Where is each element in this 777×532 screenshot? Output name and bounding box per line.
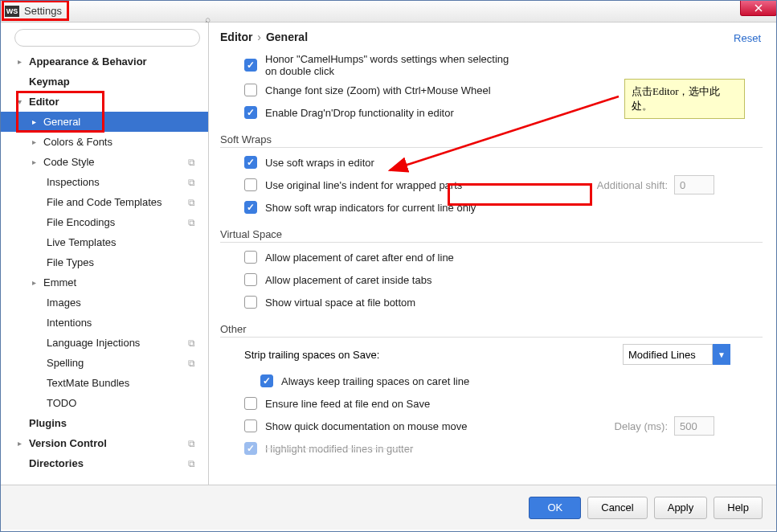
breadcrumb: Editor › General — [220, 31, 763, 43]
sidebar-item-emmet[interactable]: ▸Emmet — [0, 272, 208, 293]
sidebar-item-intentions[interactable]: Intentions — [0, 313, 208, 333]
section-softwraps: Soft Wraps — [220, 133, 763, 148]
main-panel: Editor › General Reset Honor "CamelHumps… — [209, 23, 777, 485]
sidebar-item-codestyle[interactable]: ▸Code Style⧉ — [0, 152, 208, 172]
strip-label: Strip trailing spaces on Save: — [244, 349, 379, 361]
sidebar-item-keymap[interactable]: Keymap — [0, 72, 208, 92]
checkbox-icon[interactable] — [244, 59, 257, 72]
close-button[interactable] — [740, 0, 777, 16]
checkbox-icon[interactable] — [244, 397, 257, 410]
settings-tree: ▸Appearance & Behavior Keymap ▾Editor ▸G… — [0, 51, 208, 473]
app-icon: WS — [5, 6, 19, 17]
sidebar-item-images[interactable]: Images — [0, 293, 208, 313]
sidebar-item-vcs[interactable]: ▸Version Control⧉ — [0, 433, 208, 453]
sidebar-item-todo[interactable]: TODO — [0, 393, 208, 413]
sidebar-item-directories[interactable]: Directories⧉ — [0, 453, 208, 473]
additional-shift-label: Additional shift: — [597, 179, 668, 191]
checkbox-icon[interactable] — [244, 84, 257, 96]
sidebar-item-templates[interactable]: File and Code Templates⧉ — [0, 192, 208, 212]
opt-strip: Strip trailing spaces on Save: Modified … — [244, 344, 763, 365]
delay-input[interactable] — [674, 416, 714, 436]
help-button[interactable]: Help — [714, 497, 763, 519]
opt-quickdoc[interactable]: Show quick documentation on mouse move D… — [244, 416, 763, 436]
sidebar-item-inspections[interactable]: Inspections⧉ — [0, 172, 208, 192]
ok-button[interactable]: OK — [529, 497, 581, 519]
sidebar-item-textmate[interactable]: TextMate Bundles — [0, 373, 208, 393]
cancel-button[interactable]: Cancel — [587, 497, 647, 519]
breadcrumb-editor[interactable]: Editor — [220, 31, 252, 43]
dropdown-icon[interactable]: ▼ — [713, 344, 730, 365]
section-other: Other — [220, 323, 763, 338]
copy-icon: ⧉ — [188, 458, 195, 469]
copy-icon: ⧉ — [188, 157, 195, 168]
opt-ensurelf[interactable]: Ensure line feed at file end on Save — [244, 394, 763, 413]
section-vspace: Virtual Space — [220, 228, 763, 243]
breadcrumb-general: General — [266, 31, 308, 43]
additional-shift-input[interactable] — [674, 175, 714, 194]
opt-carettabs[interactable]: Allow placement of caret inside tabs — [244, 270, 763, 289]
checkbox-icon[interactable] — [244, 419, 257, 432]
checkbox-icon[interactable] — [244, 201, 257, 214]
reset-link[interactable]: Reset — [734, 32, 761, 44]
sidebar-item-general[interactable]: ▸General — [0, 112, 208, 132]
sidebar-item-filetypes[interactable]: File Types — [0, 252, 208, 272]
opt-origindent[interactable]: Use original line's indent for wrapped p… — [244, 175, 763, 194]
checkbox-icon[interactable] — [244, 296, 257, 309]
window-title: Settings — [24, 5, 62, 17]
checkbox-icon[interactable] — [260, 374, 273, 387]
annotation-note: 点击Editor，选中此处。 — [624, 79, 745, 119]
checkbox-icon[interactable] — [244, 178, 257, 191]
opt-honor[interactable]: Honor "CamelHumps" words settings when s… — [244, 53, 763, 77]
checkbox-icon[interactable] — [244, 442, 257, 455]
dialog-footer: OK Cancel Apply Help — [0, 485, 777, 530]
checkbox-icon[interactable] — [244, 251, 257, 264]
opt-highlightmod[interactable]: Highlight modified lines in gutter — [244, 439, 763, 458]
apply-button[interactable]: Apply — [654, 497, 708, 519]
sidebar-item-langinj[interactable]: Language Injections⧉ — [0, 333, 208, 353]
opt-careteol[interactable]: Allow placement of caret after end of li… — [244, 248, 763, 267]
delay-label: Delay (ms): — [615, 420, 668, 432]
copy-icon: ⧉ — [188, 177, 195, 188]
sidebar-item-plugins[interactable]: Plugins — [0, 413, 208, 433]
opt-showind[interactable]: Show soft wrap indicators for current li… — [244, 198, 763, 217]
checkbox-icon[interactable] — [244, 156, 257, 169]
copy-icon: ⧉ — [188, 438, 195, 449]
opt-keeptrail[interactable]: Always keep trailing spaces on caret lin… — [260, 371, 763, 391]
opt-softwraps[interactable]: Use soft wraps in editor — [244, 153, 763, 172]
checkbox-icon[interactable] — [244, 106, 257, 119]
sidebar: ⌕ ▸Appearance & Behavior Keymap ▾Editor … — [0, 23, 209, 485]
sidebar-item-encodings[interactable]: File Encodings⧉ — [0, 212, 208, 232]
sidebar-item-livetpl[interactable]: Live Templates — [0, 232, 208, 252]
copy-icon: ⧉ — [188, 197, 195, 208]
strip-select[interactable]: Modified Lines — [623, 344, 713, 365]
search-input[interactable] — [14, 29, 200, 47]
sidebar-item-spelling[interactable]: Spelling⧉ — [0, 353, 208, 373]
checkbox-icon[interactable] — [244, 273, 257, 286]
sidebar-item-editor[interactable]: ▾Editor — [0, 92, 208, 112]
sidebar-item-appearance[interactable]: ▸Appearance & Behavior — [0, 51, 208, 72]
copy-icon: ⧉ — [188, 358, 195, 369]
copy-icon: ⧉ — [188, 217, 195, 228]
copy-icon: ⧉ — [188, 338, 195, 349]
opt-vspacebottom[interactable]: Show virtual space at file bottom — [244, 293, 763, 312]
close-icon — [754, 4, 763, 12]
title-bar: WS Settings — [0, 0, 777, 23]
sidebar-item-colors[interactable]: ▸Colors & Fonts — [0, 132, 208, 152]
